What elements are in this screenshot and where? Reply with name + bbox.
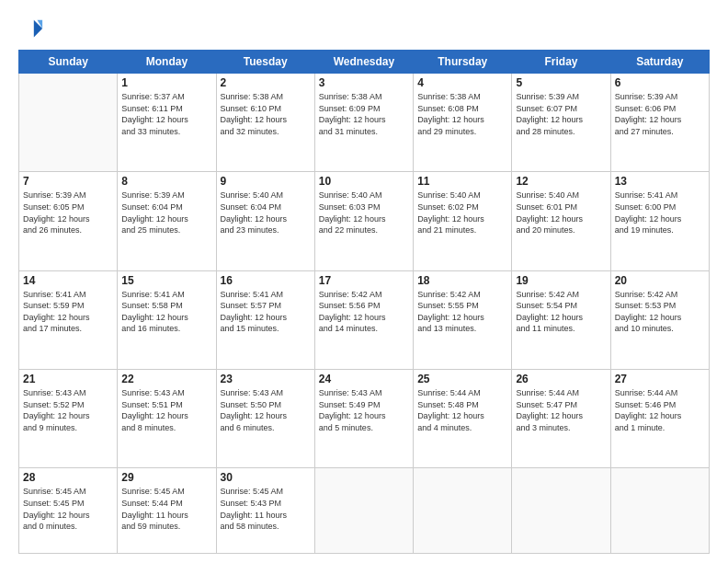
day-info: Sunrise: 5:43 AMSunset: 5:50 PMDaylight:…	[221, 387, 311, 433]
weekday-header-saturday: Saturday	[610, 51, 709, 74]
day-info: Sunrise: 5:38 AMSunset: 6:10 PMDaylight:…	[221, 91, 311, 137]
calendar-cell: 29Sunrise: 5:45 AMSunset: 5:44 PMDayligh…	[118, 468, 216, 554]
day-info: Sunrise: 5:39 AMSunset: 6:05 PMDaylight:…	[23, 190, 113, 236]
calendar-cell: 13Sunrise: 5:41 AMSunset: 6:00 PMDayligh…	[610, 172, 709, 270]
day-info: Sunrise: 5:45 AMSunset: 5:45 PMDaylight:…	[23, 486, 113, 532]
day-info: Sunrise: 5:38 AMSunset: 6:09 PMDaylight:…	[319, 91, 409, 137]
calendar-cell: 6Sunrise: 5:39 AMSunset: 6:06 PMDaylight…	[610, 74, 709, 172]
day-info: Sunrise: 5:45 AMSunset: 5:44 PMDaylight:…	[121, 486, 211, 532]
calendar-cell: 17Sunrise: 5:42 AMSunset: 5:56 PMDayligh…	[314, 270, 413, 369]
calendar-cell: 7Sunrise: 5:39 AMSunset: 6:05 PMDaylight…	[19, 172, 118, 270]
weekday-header-friday: Friday	[512, 51, 610, 74]
week-row-1: 1Sunrise: 5:37 AMSunset: 6:11 PMDaylight…	[19, 74, 710, 172]
calendar-cell: 15Sunrise: 5:41 AMSunset: 5:58 PMDayligh…	[118, 270, 216, 369]
calendar-cell: 30Sunrise: 5:45 AMSunset: 5:43 PMDayligh…	[216, 468, 314, 554]
calendar-cell: 24Sunrise: 5:43 AMSunset: 5:49 PMDayligh…	[314, 369, 413, 467]
day-number: 21	[23, 373, 113, 385]
day-number: 12	[516, 175, 606, 188]
day-info: Sunrise: 5:39 AMSunset: 6:06 PMDaylight:…	[615, 91, 705, 137]
day-number: 30	[221, 471, 311, 484]
day-number: 3	[319, 76, 409, 89]
calendar-cell: 22Sunrise: 5:43 AMSunset: 5:51 PMDayligh…	[118, 369, 216, 467]
day-number: 2	[221, 76, 311, 89]
day-number: 27	[615, 373, 705, 385]
day-info: Sunrise: 5:40 AMSunset: 6:02 PMDaylight:…	[417, 190, 507, 236]
calendar-cell: 3Sunrise: 5:38 AMSunset: 6:09 PMDaylight…	[314, 74, 413, 172]
day-info: Sunrise: 5:43 AMSunset: 5:51 PMDaylight:…	[121, 387, 211, 433]
day-info: Sunrise: 5:39 AMSunset: 6:04 PMDaylight:…	[121, 190, 211, 236]
day-number: 4	[417, 76, 507, 89]
day-info: Sunrise: 5:41 AMSunset: 6:00 PMDaylight:…	[615, 190, 705, 236]
day-number: 24	[319, 373, 409, 385]
calendar-cell: 11Sunrise: 5:40 AMSunset: 6:02 PMDayligh…	[414, 172, 512, 270]
day-info: Sunrise: 5:43 AMSunset: 5:52 PMDaylight:…	[23, 387, 113, 433]
day-number: 5	[516, 76, 606, 89]
calendar-cell	[314, 468, 413, 554]
calendar-cell: 28Sunrise: 5:45 AMSunset: 5:45 PMDayligh…	[19, 468, 118, 554]
day-info: Sunrise: 5:44 AMSunset: 5:46 PMDaylight:…	[615, 387, 705, 433]
calendar-cell: 10Sunrise: 5:40 AMSunset: 6:03 PMDayligh…	[314, 172, 413, 270]
day-info: Sunrise: 5:37 AMSunset: 6:11 PMDaylight:…	[121, 91, 211, 137]
logo-icon	[18, 17, 44, 42]
week-row-4: 21Sunrise: 5:43 AMSunset: 5:52 PMDayligh…	[19, 369, 710, 467]
day-info: Sunrise: 5:42 AMSunset: 5:53 PMDaylight:…	[615, 289, 705, 335]
day-number: 9	[221, 175, 311, 188]
day-info: Sunrise: 5:42 AMSunset: 5:56 PMDaylight:…	[319, 289, 409, 335]
day-info: Sunrise: 5:41 AMSunset: 5:58 PMDaylight:…	[121, 289, 211, 335]
day-number: 15	[121, 274, 211, 287]
week-row-3: 14Sunrise: 5:41 AMSunset: 5:59 PMDayligh…	[19, 270, 710, 369]
day-number: 22	[121, 373, 211, 385]
day-info: Sunrise: 5:44 AMSunset: 5:48 PMDaylight:…	[417, 387, 507, 433]
week-row-2: 7Sunrise: 5:39 AMSunset: 6:05 PMDaylight…	[19, 172, 710, 270]
day-info: Sunrise: 5:45 AMSunset: 5:43 PMDaylight:…	[221, 486, 311, 532]
calendar-cell	[512, 468, 610, 554]
day-number: 13	[615, 175, 705, 188]
day-number: 23	[221, 373, 311, 385]
weekday-header-row: SundayMondayTuesdayWednesdayThursdayFrid…	[19, 51, 710, 74]
day-info: Sunrise: 5:38 AMSunset: 6:08 PMDaylight:…	[417, 91, 507, 137]
day-info: Sunrise: 5:42 AMSunset: 5:54 PMDaylight:…	[516, 289, 606, 335]
day-info: Sunrise: 5:40 AMSunset: 6:01 PMDaylight:…	[516, 190, 606, 236]
day-info: Sunrise: 5:40 AMSunset: 6:03 PMDaylight:…	[319, 190, 409, 236]
day-info: Sunrise: 5:40 AMSunset: 6:04 PMDaylight:…	[221, 190, 311, 236]
calendar-cell: 20Sunrise: 5:42 AMSunset: 5:53 PMDayligh…	[610, 270, 709, 369]
calendar-cell: 2Sunrise: 5:38 AMSunset: 6:10 PMDaylight…	[216, 74, 314, 172]
calendar-cell	[414, 468, 512, 554]
calendar-cell: 1Sunrise: 5:37 AMSunset: 6:11 PMDaylight…	[118, 74, 216, 172]
day-info: Sunrise: 5:44 AMSunset: 5:47 PMDaylight:…	[516, 387, 606, 433]
calendar-cell: 16Sunrise: 5:41 AMSunset: 5:57 PMDayligh…	[216, 270, 314, 369]
day-number: 26	[516, 373, 606, 385]
weekday-header-thursday: Thursday	[414, 51, 512, 74]
day-info: Sunrise: 5:39 AMSunset: 6:07 PMDaylight:…	[516, 91, 606, 137]
calendar-cell	[19, 74, 118, 172]
calendar-cell: 19Sunrise: 5:42 AMSunset: 5:54 PMDayligh…	[512, 270, 610, 369]
calendar-cell: 25Sunrise: 5:44 AMSunset: 5:48 PMDayligh…	[414, 369, 512, 467]
day-info: Sunrise: 5:41 AMSunset: 5:59 PMDaylight:…	[23, 289, 113, 335]
logo	[18, 17, 48, 42]
day-number: 10	[319, 175, 409, 188]
calendar-cell: 5Sunrise: 5:39 AMSunset: 6:07 PMDaylight…	[512, 74, 610, 172]
calendar-cell	[610, 468, 709, 554]
page: SundayMondayTuesdayWednesdayThursdayFrid…	[0, 0, 728, 563]
day-number: 14	[23, 274, 113, 287]
calendar-cell: 8Sunrise: 5:39 AMSunset: 6:04 PMDaylight…	[118, 172, 216, 270]
day-number: 11	[417, 175, 507, 188]
day-number: 25	[417, 373, 507, 385]
week-row-5: 28Sunrise: 5:45 AMSunset: 5:45 PMDayligh…	[19, 468, 710, 554]
day-number: 20	[615, 274, 705, 287]
day-number: 16	[221, 274, 311, 287]
day-number: 17	[319, 274, 409, 287]
weekday-header-monday: Monday	[118, 51, 216, 74]
calendar-cell: 23Sunrise: 5:43 AMSunset: 5:50 PMDayligh…	[216, 369, 314, 467]
calendar-cell: 26Sunrise: 5:44 AMSunset: 5:47 PMDayligh…	[512, 369, 610, 467]
weekday-header-wednesday: Wednesday	[314, 51, 413, 74]
day-info: Sunrise: 5:42 AMSunset: 5:55 PMDaylight:…	[417, 289, 507, 335]
calendar-cell: 12Sunrise: 5:40 AMSunset: 6:01 PMDayligh…	[512, 172, 610, 270]
day-info: Sunrise: 5:43 AMSunset: 5:49 PMDaylight:…	[319, 387, 409, 433]
calendar-cell: 18Sunrise: 5:42 AMSunset: 5:55 PMDayligh…	[414, 270, 512, 369]
calendar-cell: 4Sunrise: 5:38 AMSunset: 6:08 PMDaylight…	[414, 74, 512, 172]
calendar-cell: 21Sunrise: 5:43 AMSunset: 5:52 PMDayligh…	[19, 369, 118, 467]
day-number: 29	[121, 471, 211, 484]
day-number: 8	[121, 175, 211, 188]
day-info: Sunrise: 5:41 AMSunset: 5:57 PMDaylight:…	[221, 289, 311, 335]
